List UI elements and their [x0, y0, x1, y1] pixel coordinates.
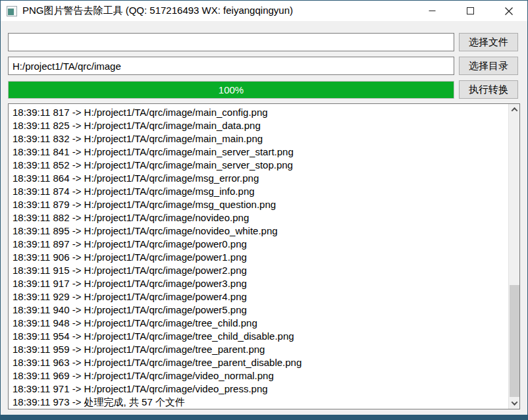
progress-label: 100%: [9, 82, 454, 98]
minimize-button[interactable]: [417, 1, 447, 21]
log-line: 18:39:11 882 -> H:/project1/TA/qrc/image…: [13, 211, 506, 224]
select-directory-button[interactable]: 选择目录: [459, 57, 518, 75]
log-line: 18:39:11 917 -> H:/project1/TA/qrc/image…: [13, 277, 506, 290]
log-line: 18:39:11 817 -> H:/project1/TA/qrc/image…: [13, 106, 506, 119]
progress-bar: 100%: [8, 81, 454, 99]
screen: { "window": { "title": "PNG图片警告去除工具 (QQ:…: [0, 0, 528, 420]
log-line: 18:39:11 963 -> H:/project1/TA/qrc/image…: [13, 356, 506, 369]
directory-path-input[interactable]: [8, 57, 454, 75]
log-line: 18:39:11 879 -> H:/project1/TA/qrc/image…: [13, 198, 506, 211]
log-line: 18:39:11 841 -> H:/project1/TA/qrc/image…: [13, 145, 506, 159]
scroll-up-button[interactable]: [509, 104, 520, 115]
log-line: 18:39:11 852 -> H:/project1/TA/qrc/image…: [13, 159, 506, 172]
maximize-icon: [467, 7, 474, 14]
log-output[interactable]: 18:39:11 817 -> H:/project1/TA/qrc/image…: [8, 103, 520, 409]
title-bar: PNG图片警告去除工具 (QQ: 517216493 WX: feiyangqi…: [1, 1, 527, 21]
log-line: 18:39:11 969 -> H:/project1/TA/qrc/image…: [13, 369, 506, 382]
chevron-down-icon: [512, 399, 518, 406]
log-line: 18:39:11 948 -> H:/project1/TA/qrc/image…: [13, 317, 506, 330]
app-window: PNG图片警告去除工具 (QQ: 517216493 WX: feiyangqi…: [1, 1, 527, 415]
close-button[interactable]: [494, 1, 523, 21]
maximize-button[interactable]: [456, 1, 485, 21]
execute-convert-button[interactable]: 执行转换: [459, 80, 518, 99]
log-line: 18:39:11 973 -> 处理完成, 共 57 个文件: [13, 396, 506, 409]
app-icon-inner: [8, 9, 14, 15]
close-icon: [505, 7, 513, 15]
minimize-icon: [429, 7, 436, 14]
log-line: 18:39:11 929 -> H:/project1/TA/qrc/image…: [13, 290, 506, 303]
scroll-down-button[interactable]: [509, 398, 520, 409]
log-line: 18:39:11 895 -> H:/project1/TA/qrc/image…: [13, 224, 506, 238]
log-line: 18:39:11 971 -> H:/project1/TA/qrc/image…: [13, 382, 506, 396]
log-line: 18:39:11 959 -> H:/project1/TA/qrc/image…: [13, 343, 506, 356]
log-line: 18:39:11 832 -> H:/project1/TA/qrc/image…: [13, 132, 506, 145]
select-file-button[interactable]: 选择文件: [459, 33, 518, 51]
vertical-scrollbar[interactable]: [508, 104, 519, 409]
window-controls: [417, 1, 523, 21]
log-line: 18:39:11 906 -> H:/project1/TA/qrc/image…: [13, 251, 506, 264]
log-line: 18:39:11 897 -> H:/project1/TA/qrc/image…: [13, 238, 506, 251]
log-line: 18:39:11 954 -> H:/project1/TA/qrc/image…: [13, 330, 506, 343]
scrollbar-thumb[interactable]: [510, 285, 519, 397]
log-line: 18:39:11 940 -> H:/project1/TA/qrc/image…: [13, 303, 506, 317]
log-line: 18:39:11 874 -> H:/project1/TA/qrc/image…: [13, 185, 506, 198]
app-icon: [7, 6, 17, 16]
window-title: PNG图片警告去除工具 (QQ: 517216493 WX: feiyangqi…: [22, 5, 293, 17]
chevron-up-icon: [512, 107, 518, 114]
log-line: 18:39:11 864 -> H:/project1/TA/qrc/image…: [13, 172, 506, 185]
log-lines: 18:39:11 817 -> H:/project1/TA/qrc/image…: [9, 104, 508, 409]
file-path-input[interactable]: [8, 33, 454, 51]
log-line: 18:39:11 915 -> H:/project1/TA/qrc/image…: [13, 264, 506, 277]
log-line: 18:39:11 825 -> H:/project1/TA/qrc/image…: [13, 119, 506, 132]
